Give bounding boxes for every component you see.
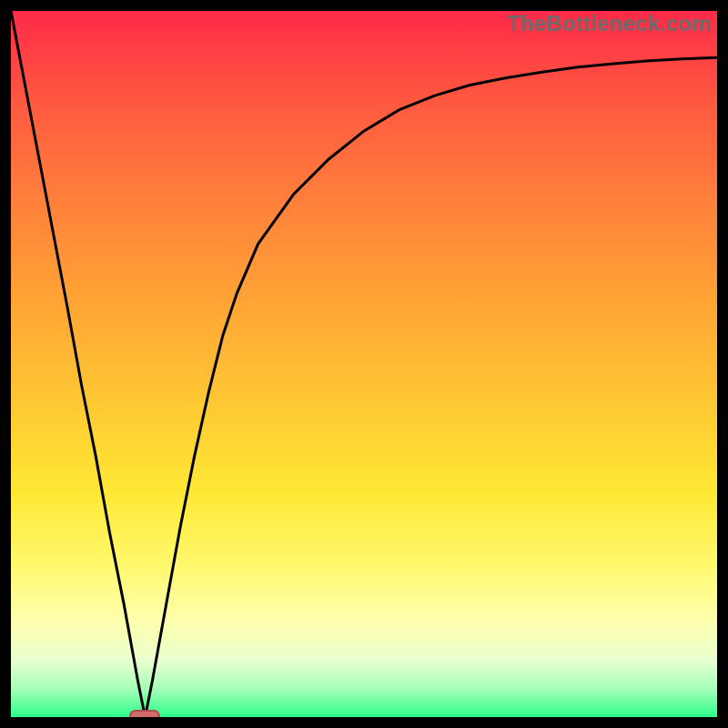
bottleneck-curve (11, 11, 717, 717)
plot-area (11, 11, 717, 717)
chart-container: TheBottleneck.com (0, 0, 728, 728)
watermark-text: TheBottleneck.com (507, 11, 712, 36)
curve-path (11, 11, 717, 717)
minimum-marker (129, 710, 160, 723)
